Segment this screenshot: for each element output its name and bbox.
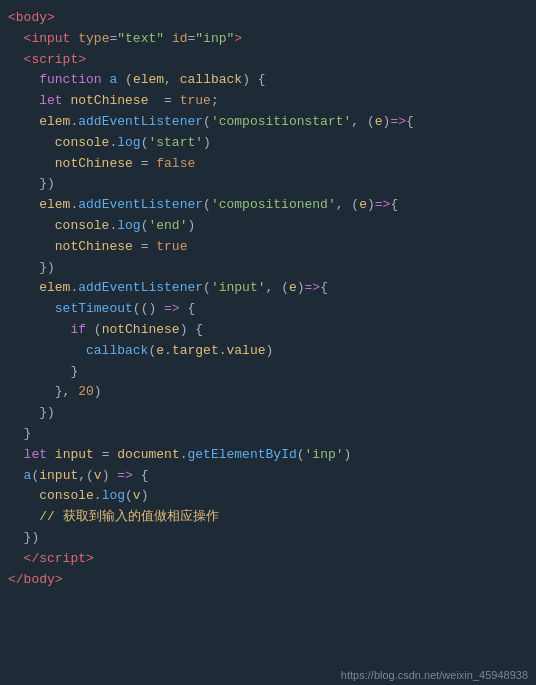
line-15: elem.addEventListener('input', (e)=>{ — [0, 278, 536, 299]
line-25: a(input,(v) => { — [0, 466, 536, 487]
line-1: <body> — [0, 8, 536, 29]
line-18: callback(e.target.value) — [0, 341, 536, 362]
line-3: <script> — [0, 50, 536, 71]
line-10: }) — [0, 174, 536, 195]
line-7: elem.addEventListener('compositionstart'… — [0, 112, 536, 133]
line-26: console.log(v) — [0, 486, 536, 507]
footer-url: https://blog.csdn.net/weixin_45948938 — [333, 665, 536, 685]
line-8: console.log('start') — [0, 133, 536, 154]
code-block: <body> <input type="text" id="inp"> <scr… — [0, 0, 536, 685]
line-20: }, 20) — [0, 382, 536, 403]
line-11: elem.addEventListener('compositionend', … — [0, 195, 536, 216]
line-19: } — [0, 362, 536, 383]
line-16: setTimeout(() => { — [0, 299, 536, 320]
line-13: notChinese = true — [0, 237, 536, 258]
line-14: }) — [0, 258, 536, 279]
line-24: let input = document.getElementById('inp… — [0, 445, 536, 466]
line-6: let notChinese = true; — [0, 91, 536, 112]
line-28: }) — [0, 528, 536, 549]
line-22: }) — [0, 403, 536, 424]
line-17: if (notChinese) { — [0, 320, 536, 341]
line-23: } — [0, 424, 536, 445]
line-27: // 获取到输入的值做相应操作 — [0, 507, 536, 528]
line-12: console.log('end') — [0, 216, 536, 237]
line-9: notChinese = false — [0, 154, 536, 175]
line-5: function a (elem, callback) { — [0, 70, 536, 91]
line-2: <input type="text" id="inp"> — [0, 29, 536, 50]
line-30: </body> — [0, 570, 536, 591]
line-29: </script> — [0, 549, 536, 570]
